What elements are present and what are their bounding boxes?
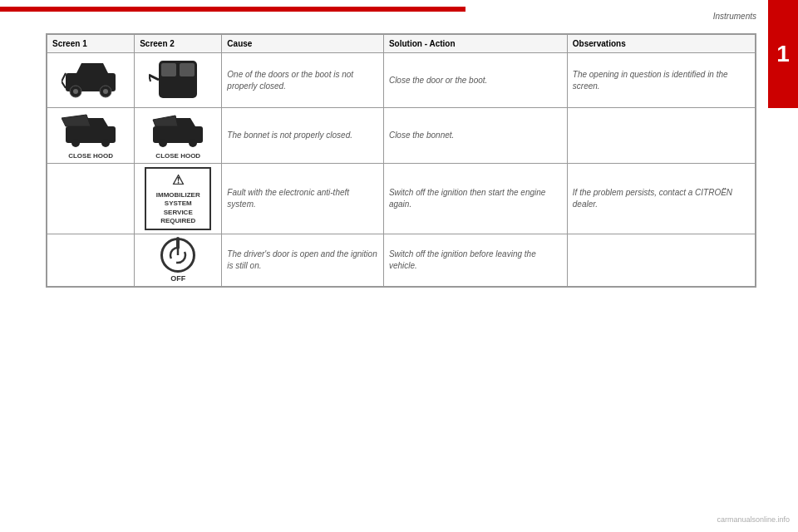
row3-screen1-cell	[47, 164, 135, 234]
svg-point-14	[101, 139, 110, 147]
immobilizer-box: ⚠ IMMOBILIZER SYSTEM SERVICE REQUIRED	[145, 167, 211, 230]
off-icon-wrapper: OFF	[160, 238, 195, 283]
col-header-cause: Cause	[222, 35, 384, 53]
section-header: Instruments	[713, 12, 756, 21]
svg-point-13	[71, 139, 80, 147]
row4-cause-cell: The driver's door is open and the igniti…	[222, 234, 384, 287]
row3-solution-cell: Switch off the ignition then start the e…	[383, 164, 567, 234]
row2-observations-cell	[567, 108, 755, 164]
immobilizer-label: IMMOBILIZER SYSTEM SERVICE REQUIRED	[156, 191, 200, 224]
off-label: OFF	[170, 274, 185, 283]
row3-observations-text: If the problem persists, contact a CITRO…	[573, 188, 732, 209]
col-header-screen1: Screen 1	[47, 35, 135, 53]
table-row: One of the doors or the boot is not prop…	[47, 53, 756, 108]
svg-line-6	[62, 81, 66, 88]
page-number-tab: 1	[768, 0, 798, 108]
row1-solution-text: Close the door or the boot.	[389, 76, 487, 85]
row3-cause-text: Fault with the electronic anti-theft sys…	[227, 188, 349, 209]
row4-screen2-cell: OFF	[135, 234, 222, 287]
close-hood-icon-2	[149, 111, 207, 149]
svg-point-3	[73, 89, 78, 94]
row2-cause-cell: The bonnet is not properly closed.	[222, 108, 384, 164]
car-door-open-icon	[62, 57, 120, 102]
svg-rect-9	[180, 63, 195, 76]
col-header-screen2: Screen 2	[135, 35, 222, 53]
svg-rect-8	[161, 63, 176, 76]
page-number: 1	[776, 41, 790, 67]
car-top-door-open-icon	[149, 57, 207, 102]
row1-cause-cell: One of the doors or the boot is not prop…	[222, 53, 384, 108]
row1-observations-cell: The opening in question is identified in…	[567, 53, 755, 108]
svg-point-4	[103, 89, 108, 94]
row4-screen1-cell	[47, 234, 135, 287]
row2-screen1-label: CLOSE HOOD	[51, 152, 131, 160]
row1-solution-cell: Close the door or the boot.	[383, 53, 567, 108]
row2-screen2-cell: CLOSE HOOD	[135, 108, 222, 164]
row2-cause-text: The bonnet is not properly closed.	[227, 131, 352, 140]
row2-screen2-label: CLOSE HOOD	[138, 152, 218, 160]
row4-cause-text: The driver's door is open and the igniti…	[227, 249, 377, 270]
table-row: CLOSE HOOD CLOSE HOOD The bonnet is not …	[47, 108, 756, 164]
svg-point-16	[159, 139, 167, 147]
row3-screen2-cell: ⚠ IMMOBILIZER SYSTEM SERVICE REQUIRED	[135, 164, 222, 234]
svg-line-5	[62, 73, 66, 81]
svg-point-17	[189, 139, 197, 147]
top-red-bar	[0, 7, 466, 12]
warning-triangle-icon: ⚠	[151, 172, 204, 190]
watermark: carmanualsonline.info	[717, 515, 790, 524]
table-row: OFF The driver's door is open and the ig…	[47, 234, 756, 287]
col-header-solution: Solution - Action	[383, 35, 567, 53]
row1-cause-text: One of the doors or the boot is not prop…	[227, 70, 353, 91]
key-power-icon	[169, 246, 187, 264]
row3-solution-text: Switch off the ignition then start the e…	[389, 188, 545, 209]
row4-solution-cell: Switch off the ignition before leaving t…	[383, 234, 567, 287]
row2-solution-text: Close the bonnet.	[389, 131, 454, 140]
row3-observations-cell: If the problem persists, contact a CITRO…	[567, 164, 755, 234]
table-row: ⚠ IMMOBILIZER SYSTEM SERVICE REQUIRED Fa…	[47, 164, 756, 234]
row2-solution-cell: Close the bonnet.	[383, 108, 567, 164]
off-circle-icon	[160, 238, 195, 273]
row4-solution-text: Switch off the ignition before leaving t…	[389, 249, 536, 270]
row3-cause-cell: Fault with the electronic anti-theft sys…	[222, 164, 384, 234]
row1-screen1-cell	[47, 53, 135, 108]
row1-observations-text: The opening in question is identified in…	[573, 70, 728, 91]
close-hood-icon-1	[62, 111, 120, 149]
row2-screen1-cell: CLOSE HOOD	[47, 108, 135, 164]
row4-observations-cell	[567, 234, 755, 287]
row1-screen2-cell	[135, 53, 222, 108]
instruments-table: Screen 1 Screen 2 Cause Solution - Actio…	[46, 33, 756, 288]
col-header-observations: Observations	[567, 35, 755, 53]
table-header-row: Screen 1 Screen 2 Cause Solution - Actio…	[47, 35, 756, 53]
